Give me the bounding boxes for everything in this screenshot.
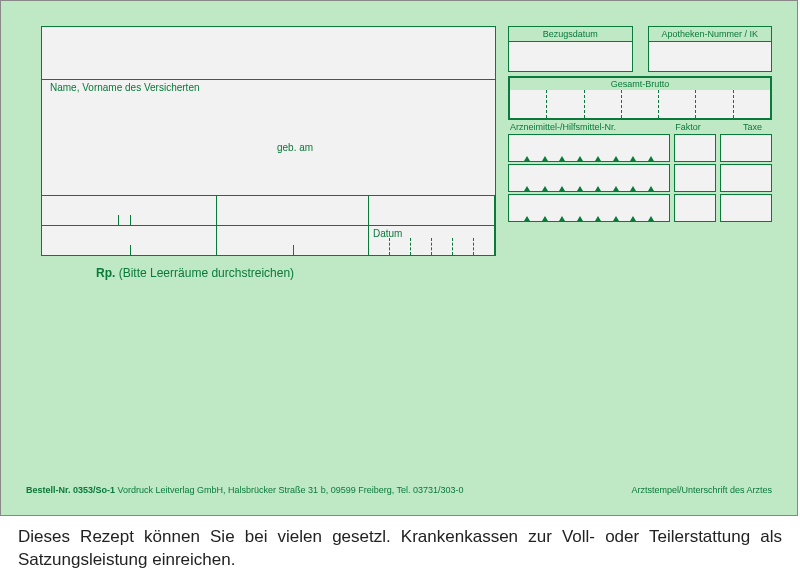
- rp-note: (Bitte Leerräume durchstreichen): [115, 266, 294, 280]
- arzneimittel-header: Arzneimittel-/Hilfsmittel-Nr.: [510, 122, 664, 132]
- apotheken-field[interactable]: [649, 41, 772, 71]
- apotheken-label: Apotheken-Nummer / IK: [649, 27, 772, 41]
- mid-row[interactable]: [42, 195, 495, 225]
- prescription-form: Name, Vorname des Versicherten geb. am D…: [0, 0, 798, 516]
- bot-row[interactable]: Datum: [42, 225, 495, 255]
- rp-line: Rp. (Bitte Leerräume durchstreichen): [41, 256, 496, 280]
- taxe-header: Taxe: [712, 122, 770, 132]
- bezugsdatum-label: Bezugsdatum: [509, 27, 632, 41]
- apotheken-box: Apotheken-Nummer / IK: [648, 26, 773, 72]
- column-headers: Arzneimittel-/Hilfsmittel-Nr. Faktor Tax…: [508, 122, 772, 132]
- footer-line: Bestell-Nr. 0353/So-1 Vordruck Leitverla…: [26, 485, 772, 495]
- rp-label: Rp.: [96, 266, 115, 280]
- name-label: Name, Vorname des Versicherten: [42, 79, 495, 95]
- gesamt-brutto-field[interactable]: [510, 90, 770, 118]
- patient-box: Name, Vorname des Versicherten geb. am D…: [41, 26, 496, 256]
- geb-am-label: geb. am: [277, 142, 313, 153]
- entry-row-3[interactable]: [508, 194, 772, 222]
- gesamt-brutto-label: Gesamt-Brutto: [510, 78, 770, 90]
- bestell-label: Bestell-Nr. 0353/So-1: [26, 485, 115, 495]
- bottom-note: Dieses Rezept können Sie bei vielen gese…: [0, 516, 800, 568]
- entry-row-2[interactable]: [508, 164, 772, 192]
- faktor-header: Faktor: [664, 122, 712, 132]
- publisher-text: Vordruck Leitverlag GmbH, Halsbrücker St…: [115, 485, 464, 495]
- gesamt-brutto-box: Gesamt-Brutto: [508, 76, 772, 120]
- top-blank-field[interactable]: [42, 27, 495, 79]
- arztstempel-label: Arztstempel/Unterschrift des Arztes: [631, 485, 772, 495]
- bezugsdatum-box: Bezugsdatum: [508, 26, 633, 72]
- entry-row-1[interactable]: [508, 134, 772, 162]
- bezugsdatum-field[interactable]: [509, 41, 632, 71]
